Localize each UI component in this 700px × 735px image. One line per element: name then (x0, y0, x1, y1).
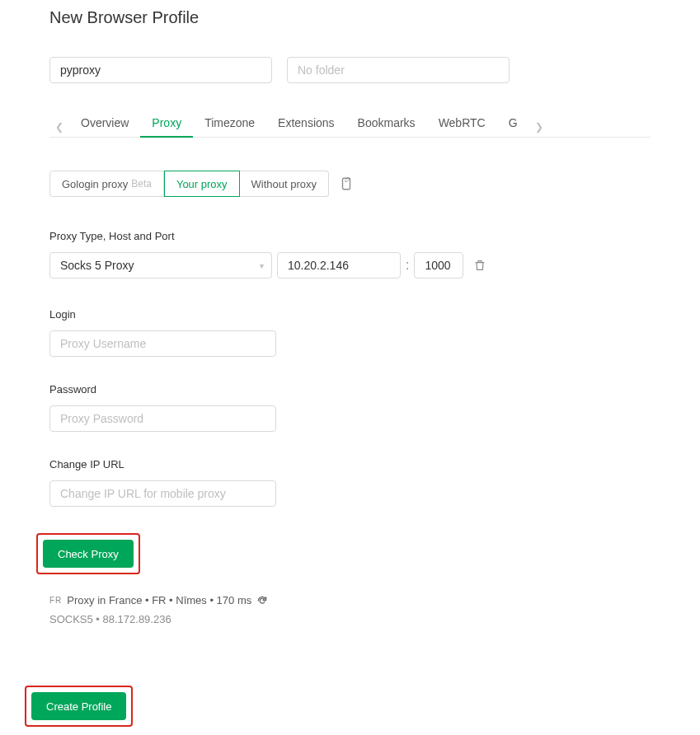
tab-overview[interactable]: Overview (69, 116, 140, 138)
tab-timezone[interactable]: Timezone (193, 116, 266, 138)
password-label: Password (49, 383, 651, 396)
seg-gologin-beta-label: Beta (131, 178, 152, 190)
proxy-result-line1: Proxy in France • FR • Nîmes • 170 ms (67, 594, 251, 606)
tabs-scroll-right-icon[interactable]: ❯ (529, 121, 549, 133)
check-proxy-button[interactable]: Check Proxy (43, 540, 134, 568)
country-badge: FR (49, 596, 62, 605)
seg-without-proxy[interactable]: Without proxy (240, 171, 329, 197)
tab-extensions[interactable]: Extensions (266, 116, 345, 138)
host-port-separator: : (406, 258, 409, 273)
proxy-port-input[interactable] (414, 252, 463, 279)
change-ip-label: Change IP URL (49, 458, 651, 470)
paste-proxy-icon[interactable] (339, 176, 354, 191)
proxy-type-selected: Socks 5 Proxy (49, 252, 272, 279)
proxy-username-input[interactable] (49, 330, 276, 357)
refresh-proxy-icon[interactable] (256, 595, 268, 606)
proxy-password-input[interactable] (49, 405, 276, 432)
tab-bookmarks[interactable]: Bookmarks (346, 116, 427, 138)
change-ip-url-input[interactable] (49, 480, 276, 507)
seg-gologin-label: Gologin proxy (62, 178, 128, 190)
tabs-scroll-left-icon[interactable]: ❮ (49, 121, 69, 133)
page-title: New Browser Profile (49, 8, 651, 27)
tab-g[interactable]: G (497, 116, 529, 138)
proxy-host-input[interactable] (277, 252, 401, 279)
create-profile-highlight: Create Profile (25, 686, 133, 727)
proxy-check-result: FR Proxy in France • FR • Nîmes • 170 ms… (49, 594, 651, 625)
proxy-result-line2: SOCKS5 • 88.172.89.236 (49, 613, 651, 625)
seg-your-proxy[interactable]: Your proxy (164, 171, 240, 197)
seg-gologin-proxy[interactable]: Gologin proxy Beta (49, 171, 164, 197)
tab-proxy[interactable]: Proxy (140, 116, 193, 138)
proxy-type-label: Proxy Type, Host and Port (49, 230, 651, 242)
tabs-bar: ❮ Overview Proxy Timezone Extensions Boo… (49, 116, 651, 138)
create-profile-button[interactable]: Create Profile (31, 692, 126, 720)
profile-name-input[interactable] (49, 57, 272, 83)
proxy-source-segment: Gologin proxy Beta Your proxy Without pr… (49, 171, 329, 197)
tab-webrtc[interactable]: WebRTC (427, 116, 497, 138)
check-proxy-highlight: Check Proxy (36, 533, 140, 574)
folder-select[interactable] (287, 57, 510, 83)
delete-proxy-icon[interactable] (473, 259, 486, 272)
proxy-type-select[interactable]: Socks 5 Proxy ▾ (49, 252, 272, 279)
login-label: Login (49, 308, 651, 321)
